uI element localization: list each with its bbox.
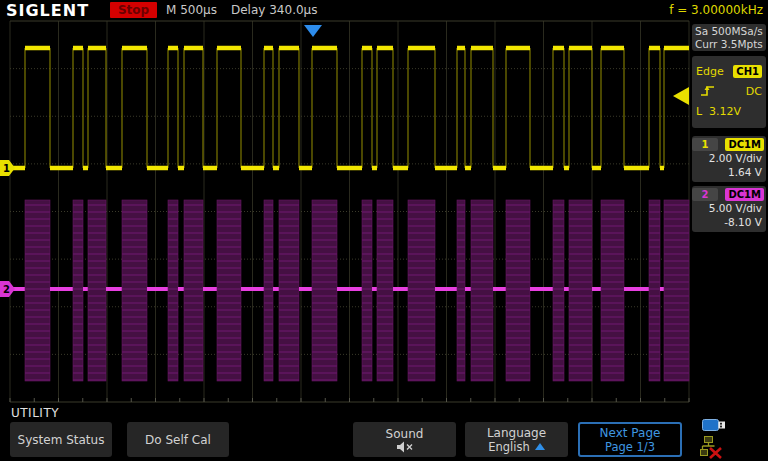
page-indicator: Page 1/3 — [605, 440, 655, 454]
channel1-scale: 2.00 V/div — [692, 151, 766, 165]
trigger-info-box[interactable]: Edge CH1 DC L 3.12V — [692, 56, 766, 128]
menu-title: UTILITY — [11, 406, 59, 420]
channel2-coupling-badge: DC1M — [725, 188, 764, 201]
run-stop-indicator[interactable]: Stop — [110, 2, 157, 18]
trigger-position-marker[interactable] — [304, 25, 322, 37]
sample-rate: Sa 500MSa/s — [695, 25, 766, 38]
do-self-cal-button[interactable]: Do Self Cal — [127, 422, 229, 457]
button-label: Next Page — [600, 426, 661, 440]
button-label: Sound — [386, 427, 424, 441]
lan-disconnected-icon — [700, 436, 724, 459]
channel2-scale: 5.00 V/div — [692, 201, 766, 215]
top-status-bar: SIGLENT Stop M 500µs Delay 340.0µs f = 3… — [0, 0, 768, 20]
sound-button[interactable]: Sound — [353, 422, 456, 457]
channel1-number: 1 — [692, 138, 718, 151]
frequency-counter: f = 3.00000kHz — [669, 3, 763, 17]
channel2-info-box[interactable]: 2 DC1M 5.00 V/div -8.10 V — [692, 186, 766, 232]
acquisition-info: Sa 500MSa/s Curr 3.5Mpts — [692, 24, 766, 51]
oscilloscope-screen: SIGLENT Stop M 500µs Delay 340.0µs f = 3… — [0, 0, 768, 461]
channel2-offset: -8.10 V — [692, 215, 766, 229]
language-value: English — [488, 440, 530, 454]
rising-edge-icon — [700, 84, 716, 98]
brand-logo: SIGLENT — [6, 1, 89, 20]
language-button[interactable]: Language English — [465, 422, 568, 457]
dropdown-up-icon — [535, 443, 545, 450]
button-label: Do Self Cal — [145, 433, 211, 447]
channel2-marker-label: 2 — [3, 284, 10, 295]
channel2-number: 2 — [692, 188, 718, 201]
memory-depth: Curr 3.5Mpts — [695, 38, 766, 51]
channel1-offset: 1.64 V — [692, 165, 766, 179]
sidebar: Sa 500MSa/s Curr 3.5Mpts Edge CH1 DC L 3… — [690, 20, 768, 405]
trigger-coupling: DC — [746, 85, 762, 98]
usb-device-icon — [702, 418, 726, 433]
trigger-source-badge: CH1 — [733, 65, 762, 78]
delay-readout: Delay 340.0µs — [231, 3, 317, 17]
next-page-button[interactable]: Next Page Page 1/3 — [578, 422, 682, 457]
channel1-coupling-badge: DC1M — [725, 138, 764, 151]
speaker-mute-icon — [396, 441, 414, 453]
trigger-level-marker[interactable] — [673, 87, 689, 105]
trigger-type: Edge — [696, 65, 724, 78]
channel1-marker-label: 1 — [3, 163, 10, 174]
channel1-info-box[interactable]: 1 DC1M 2.00 V/div 1.64 V — [692, 136, 766, 182]
timebase-readout: M 500µs — [166, 3, 217, 17]
button-label: System Status — [18, 433, 105, 447]
trigger-level: L 3.12V — [696, 105, 741, 118]
system-status-button[interactable]: System Status — [10, 422, 112, 457]
button-label: Language — [487, 426, 546, 440]
waveform-plot: 12 — [0, 20, 690, 405]
soft-menu-bar: UTILITY System Status Do Self Cal Sound … — [0, 405, 768, 461]
